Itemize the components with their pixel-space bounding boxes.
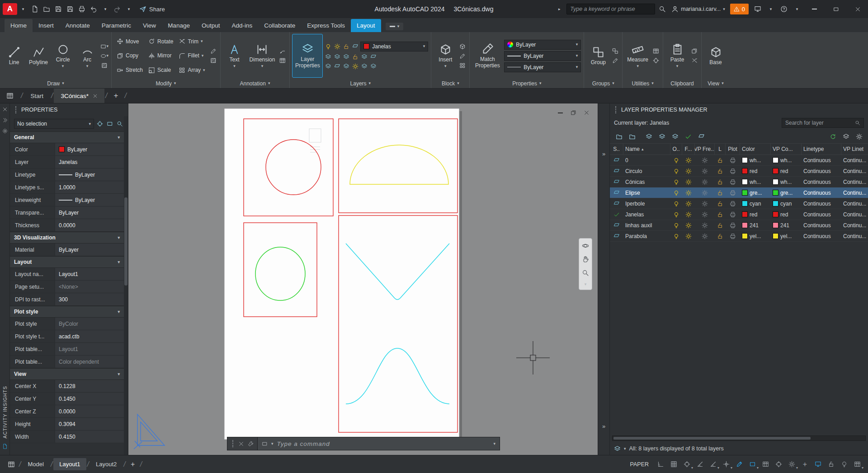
explode-tool-icon[interactable]: [209, 56, 217, 65]
property-value[interactable]: 0.3094: [55, 418, 124, 430]
new-layout-button[interactable]: +: [127, 460, 139, 468]
line-button[interactable]: Line: [3, 34, 25, 77]
array-button[interactable]: Array▾: [176, 63, 207, 77]
layer-freeze-tool-icon[interactable]: [333, 42, 341, 51]
layer-vp-linetype[interactable]: Continu...: [841, 157, 868, 164]
property-value[interactable]: Layout1: [55, 268, 124, 280]
layer-plot-icon[interactable]: [726, 201, 740, 207]
layer-tool-icon[interactable]: [342, 62, 350, 70]
layer-linetype[interactable]: Continuous: [802, 168, 841, 174]
ribbon-tab-parametric[interactable]: Parametric: [96, 19, 137, 32]
layer-tool-icon[interactable]: [360, 62, 368, 70]
layer-freeze-icon[interactable]: [682, 211, 695, 218]
layer-vp-color[interactable]: gre...: [771, 190, 802, 196]
layer-lock-icon[interactable]: [715, 201, 726, 207]
layer-row[interactable]: Elipsegre...gre...ContinuousContinu...: [610, 187, 868, 198]
layer-freeze-icon[interactable]: [682, 157, 695, 164]
property-value[interactable]: 0.4150: [55, 431, 124, 443]
layer-name[interactable]: Elipse: [623, 190, 670, 196]
status-polar-icon[interactable]: ▾: [707, 458, 719, 470]
status-grid-icon[interactable]: [668, 458, 680, 470]
status-plus-icon[interactable]: +: [799, 458, 811, 470]
new-file-icon[interactable]: [29, 3, 41, 15]
collapse-bottom-icon[interactable]: »: [602, 423, 605, 430]
layer-name[interactable]: 0: [623, 157, 670, 164]
new-group-filter-icon[interactable]: [627, 131, 637, 141]
cut-clip-icon[interactable]: [690, 56, 698, 65]
app-logo[interactable]: A: [3, 3, 17, 15]
lineweight-dropdown[interactable]: ByLayer▾: [504, 51, 581, 61]
measure-button[interactable]: Measure▾: [625, 34, 650, 77]
linetype-dropdown[interactable]: ByLayer▾: [504, 62, 581, 72]
circle-button[interactable]: Circle▾: [52, 34, 74, 77]
layer-on-icon[interactable]: [670, 222, 682, 229]
properties-palette-header[interactable]: PROPERTIES: [10, 103, 128, 116]
layer-lock-icon[interactable]: [715, 168, 726, 174]
column-header[interactable]: L: [715, 144, 726, 155]
command-input[interactable]: ▾ Type a command ▾: [258, 437, 500, 450]
rectangle-tool-icon[interactable]: ▾: [100, 42, 108, 51]
layer-linetype[interactable]: Continuous: [802, 201, 841, 207]
id-point-icon[interactable]: [652, 56, 660, 65]
activity-insights-icon[interactable]: [2, 443, 8, 450]
layer-linetype[interactable]: Continuous: [802, 157, 841, 164]
panel-view-label[interactable]: View▾: [702, 79, 730, 88]
ribbon-tab-annotate[interactable]: Annotate: [60, 19, 96, 32]
layer-on-icon[interactable]: [670, 190, 682, 196]
close-button[interactable]: [848, 0, 868, 18]
layer-on-icon[interactable]: [670, 168, 682, 174]
layer-name[interactable]: Janelas: [623, 211, 670, 218]
status-isolate-icon[interactable]: [838, 458, 850, 470]
column-header[interactable]: O..: [670, 144, 682, 155]
layer-freeze-icon[interactable]: [682, 233, 695, 239]
ribbon-tab-insert[interactable]: Insert: [33, 19, 60, 32]
panel-modify-label[interactable]: Modify▾: [112, 79, 220, 88]
select-objects-icon[interactable]: [106, 120, 114, 128]
app-menu-caret-icon[interactable]: ▾: [17, 3, 29, 15]
layer-freeze-icon[interactable]: [682, 222, 695, 229]
status-target-icon[interactable]: [773, 458, 785, 470]
section-header[interactable]: Lay​out▾: [10, 256, 124, 268]
layer-summary-caret-icon[interactable]: ▾: [624, 447, 626, 451]
property-value[interactable]: Janelas: [55, 156, 124, 168]
property-value[interactable]: <None>: [55, 281, 124, 293]
property-value[interactable]: 0.1450: [55, 393, 124, 405]
refresh-icon[interactable]: [828, 131, 838, 141]
column-header[interactable]: Linetype: [802, 144, 841, 155]
command-close-icon[interactable]: [238, 440, 244, 447]
layer-color[interactable]: red: [740, 211, 771, 218]
edit-attributes-icon[interactable]: [458, 61, 467, 70]
layer-name[interactable]: linhas auxil: [623, 222, 670, 229]
layer-color[interactable]: wh...: [740, 157, 771, 164]
save-as-icon[interactable]: [64, 3, 76, 15]
command-grip-icon[interactable]: [232, 440, 233, 447]
layer-isolate-icon[interactable]: [351, 42, 359, 51]
property-value[interactable]: Color dependent: [55, 356, 124, 368]
layer-tool-icon[interactable]: [333, 62, 341, 70]
palette-grip-icon[interactable]: [15, 106, 16, 113]
layer-on-icon[interactable]: [670, 201, 682, 207]
column-header[interactable]: VP Linet: [841, 144, 868, 155]
fillet-button[interactable]: Fillet▾: [176, 49, 207, 63]
paste-button[interactable]: Paste▾: [666, 34, 689, 77]
layer-name[interactable]: Iperbole: [623, 201, 670, 207]
properties-scrollbar[interactable]: [124, 116, 128, 455]
column-header[interactable]: VP Co...: [771, 144, 802, 155]
layer-vp-linetype[interactable]: Continu...: [841, 168, 868, 174]
section-header[interactable]: General▾: [10, 131, 124, 143]
zoom-icon[interactable]: [581, 269, 590, 277]
arc-button[interactable]: Arc▾: [76, 34, 99, 77]
navbar-caret-icon[interactable]: ▾: [585, 282, 587, 286]
collapse-left-icon[interactable]: »: [602, 150, 605, 157]
new-layer-icon[interactable]: [644, 131, 654, 141]
match-properties-button[interactable]: Match Properties: [472, 34, 502, 77]
layer-linetype[interactable]: Continuous: [802, 222, 841, 229]
layout2-tab[interactable]: Layout2: [90, 458, 123, 470]
layout-menu-icon[interactable]: [5, 461, 18, 468]
undo-caret-icon[interactable]: ▾: [99, 3, 111, 15]
property-value[interactable]: ByLayer: [55, 206, 124, 219]
layer-merge-icon[interactable]: [696, 131, 706, 141]
layer-vp-color[interactable]: red: [771, 211, 802, 218]
layer-freeze-icon[interactable]: [682, 201, 695, 207]
column-header[interactable]: Name▴: [623, 144, 670, 155]
